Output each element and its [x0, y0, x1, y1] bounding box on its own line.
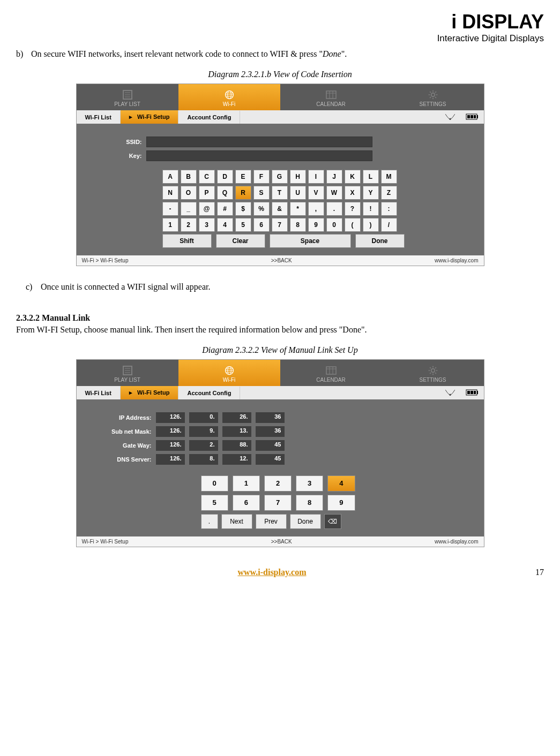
- key-q[interactable]: Q: [217, 186, 233, 200]
- key-#[interactable]: #: [217, 202, 233, 216]
- key-l[interactable]: L: [363, 170, 379, 184]
- key-/[interactable]: /: [381, 218, 397, 232]
- key-6[interactable]: 6: [253, 218, 270, 232]
- key-2[interactable]: 2: [181, 218, 197, 232]
- key-a[interactable]: A: [162, 170, 178, 184]
- shift-key[interactable]: Shift: [162, 234, 212, 248]
- ip-cell-0-3[interactable]: 36: [256, 412, 285, 423]
- ip-cell-1-2[interactable]: 13.: [222, 426, 251, 437]
- key-c[interactable]: C: [199, 170, 215, 184]
- key-v[interactable]: V: [308, 186, 324, 200]
- ip-cell-1-0[interactable]: 126.: [156, 426, 185, 437]
- done-key[interactable]: Done: [355, 234, 405, 248]
- key-m[interactable]: M: [381, 170, 397, 184]
- key-t[interactable]: T: [272, 186, 288, 200]
- ip-cell-3-0[interactable]: 126.: [156, 454, 185, 465]
- subnav-account-config[interactable]: Account Config: [178, 111, 240, 124]
- key-:[interactable]: :: [381, 202, 397, 216]
- numkey-4[interactable]: 4: [327, 475, 355, 492]
- dot-key[interactable]: .: [201, 514, 218, 529]
- ip-cell-1-1[interactable]: 9.: [189, 426, 218, 437]
- key-?[interactable]: ?: [345, 202, 361, 216]
- tab-wifi[interactable]: Wi-Fi: [178, 84, 280, 110]
- key-y[interactable]: Y: [363, 186, 379, 200]
- prev-key[interactable]: Prev: [256, 514, 287, 529]
- key-@[interactable]: @: [199, 202, 215, 216]
- key-n[interactable]: N: [162, 186, 178, 200]
- key-8[interactable]: 8: [290, 218, 306, 232]
- key-.[interactable]: .: [326, 202, 342, 216]
- done-key-2[interactable]: Done: [290, 514, 321, 529]
- back-link[interactable]: >>BACK: [128, 258, 435, 263]
- numkey-2[interactable]: 2: [264, 475, 292, 492]
- numkey-6[interactable]: 6: [233, 495, 260, 511]
- key-1[interactable]: 1: [162, 218, 178, 232]
- key-z[interactable]: Z: [381, 186, 397, 200]
- key-3[interactable]: 3: [199, 218, 215, 232]
- backspace-key[interactable]: ⌫: [324, 514, 341, 529]
- key-k[interactable]: K: [345, 170, 361, 184]
- ip-cell-0-0[interactable]: 126.: [156, 412, 185, 423]
- key-d[interactable]: D: [217, 170, 233, 184]
- ssid-input[interactable]: [146, 137, 372, 147]
- key-9[interactable]: 9: [308, 218, 324, 232]
- ip-cell-2-0[interactable]: 126.: [156, 440, 185, 451]
- tab-calendar[interactable]: CALENDAR: [280, 84, 382, 110]
- key--[interactable]: -: [162, 202, 178, 216]
- next-key[interactable]: Next: [221, 514, 252, 529]
- numkey-0[interactable]: 0: [201, 475, 228, 492]
- numkey-3[interactable]: 3: [296, 475, 323, 492]
- key-i[interactable]: I: [308, 170, 324, 184]
- tab-playlist-2[interactable]: PLAY LIST: [77, 360, 178, 386]
- ip-cell-1-3[interactable]: 36: [256, 426, 285, 437]
- key-r[interactable]: R: [235, 186, 251, 200]
- ip-cell-3-3[interactable]: 45: [256, 454, 285, 465]
- ip-cell-2-2[interactable]: 88.: [222, 440, 251, 451]
- key-&[interactable]: &: [272, 202, 288, 216]
- clear-key[interactable]: Clear: [216, 234, 265, 248]
- ip-cell-2-1[interactable]: 2.: [189, 440, 218, 451]
- numkey-1[interactable]: 1: [233, 475, 260, 492]
- key-([interactable]: (: [345, 218, 361, 232]
- ip-cell-3-2[interactable]: 12.: [222, 454, 251, 465]
- key-7[interactable]: 7: [272, 218, 288, 232]
- key-%[interactable]: %: [253, 202, 270, 216]
- key-o[interactable]: O: [181, 186, 197, 200]
- ip-cell-3-1[interactable]: 8.: [189, 454, 218, 465]
- key-w[interactable]: W: [326, 186, 342, 200]
- key-f[interactable]: F: [253, 170, 270, 184]
- subnav-wifi-list-2[interactable]: Wi-Fi List: [77, 387, 121, 399]
- key-*[interactable]: *: [290, 202, 306, 216]
- key-0[interactable]: 0: [326, 218, 342, 232]
- subnav-account-config-2[interactable]: Account Config: [178, 387, 240, 399]
- key-s[interactable]: S: [253, 186, 270, 200]
- key-j[interactable]: J: [326, 170, 342, 184]
- tab-calendar-2[interactable]: CALENDAR: [280, 360, 382, 386]
- key-)[interactable]: ): [363, 218, 379, 232]
- key-b[interactable]: B: [181, 170, 197, 184]
- key-u[interactable]: U: [290, 186, 306, 200]
- key-g[interactable]: G: [272, 170, 288, 184]
- key-,[interactable]: ,: [308, 202, 324, 216]
- tab-settings-2[interactable]: SETTINGS: [382, 360, 484, 386]
- subnav-wifi-setup[interactable]: ▸ Wi-Fi Setup: [121, 110, 179, 124]
- back-link-2[interactable]: >>BACK: [128, 539, 435, 545]
- tab-settings[interactable]: SETTINGS: [382, 84, 484, 110]
- key-![interactable]: !: [363, 202, 379, 216]
- key-4[interactable]: 4: [217, 218, 233, 232]
- subnav-wifi-setup-2[interactable]: ▸ Wi-Fi Setup: [121, 386, 179, 399]
- key-e[interactable]: E: [235, 170, 251, 184]
- numkey-9[interactable]: 9: [327, 495, 355, 511]
- numkey-7[interactable]: 7: [264, 495, 292, 511]
- page-url[interactable]: www.i-display.com: [16, 568, 528, 577]
- ip-cell-0-2[interactable]: 26.: [222, 412, 251, 423]
- key-5[interactable]: 5: [235, 218, 251, 232]
- key-input[interactable]: [146, 150, 372, 161]
- numkey-5[interactable]: 5: [201, 495, 228, 511]
- key-$[interactable]: $: [235, 202, 251, 216]
- tab-wifi-2[interactable]: Wi-Fi: [178, 360, 280, 386]
- ip-cell-0-1[interactable]: 0.: [189, 412, 218, 423]
- tab-playlist[interactable]: PLAY LIST: [77, 84, 178, 110]
- key-_[interactable]: _: [181, 202, 197, 216]
- ip-cell-2-3[interactable]: 45: [256, 440, 285, 451]
